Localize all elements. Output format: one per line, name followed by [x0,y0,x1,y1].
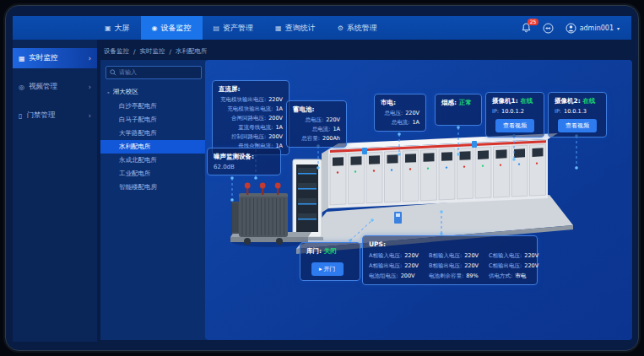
fullscreen-icon[interactable] [543,23,554,34]
monitor-icon: ◉ [152,24,158,32]
app-window: ▣ 大屏 ◉ 设备监控 ▤ 资产管理 ▦ 查询统计 ⚙ 系统管理 [5,5,639,351]
sidebar-item-label: 视频管理 [29,82,57,92]
breadcrumb: 设备监控 / 实时监控 / 水利配电所 [104,45,208,58]
monitoring-canvas: 直流屏: 充电模块输出电压:220V 充电模块输出电流:1A 合闸回路电压:20… [205,60,632,340]
door-card: 库门: 关闭 ▸ 开门 [300,242,360,281]
smoke-sensor-card: 烟感: 正常 [435,94,482,126]
view-video-button[interactable]: 查看视频 [558,119,597,132]
card-title: 摄像机1: 在线 [492,97,538,105]
nav-tab-asset-management[interactable]: ▤ 资产管理 [203,16,265,40]
tree-item-substation[interactable]: 白沙亭配电所 [100,100,207,113]
metric-label: 直流母线电流: [219,124,273,132]
camera2-card: 摄像机2: 在线 IP:10.0.1.3 查看视频 [548,92,607,138]
card-title: 噪声监测设备: [214,153,274,161]
top-navbar: ▣ 大屏 ◉ 设备监控 ▤ 资产管理 ▦ 查询统计 ⚙ 系统管理 [13,16,631,40]
sidebar-item-realtime-monitoring[interactable]: ▦ 实时监控 › [13,48,97,68]
metric-value: 200V [268,115,283,121]
metric-label: 合闸回路电压: [219,115,266,122]
notifications-button[interactable]: 25 [522,23,531,33]
sidebar-item-video-management[interactable]: ◎ 视频管理 › [13,77,97,97]
nav-tab-dashboard[interactable]: ▣ 大屏 [94,16,141,40]
ip-value: 10.0.1.3 [564,108,587,115]
metric-label: 总容量: [293,135,320,143]
switchgear-row [328,139,548,208]
tree-item-substation[interactable]: 工业配电所 [100,167,207,181]
card-title: UPS: [369,240,531,248]
floor-device [394,212,402,224]
door-access-icon: ▯ [19,112,22,120]
breadcrumb-item: 水利配电所 [176,47,208,56]
metric-label: 总电压: [293,116,323,124]
mains-power-card: 市电: 总电压:220V 总电流:1A [374,94,426,132]
noise-monitor-card: 噪声监测设备: 62.0dB [207,148,281,175]
camera1-card: 摄像机1: 在线 IP:10.0.1.2 查看视频 [485,92,544,138]
status-badge: 在线 [520,97,533,105]
status-badge: 正常 [459,99,472,106]
breadcrumb-item[interactable]: 设备监控 [104,47,129,56]
metric-label: 总电流: [293,126,330,133]
tree-item-substation-selected[interactable]: 水利配电所 [100,140,207,154]
open-door-button[interactable]: ▸ 开门 [311,262,344,276]
search-icon [110,69,116,76]
navbar-right-cluster: 25 admin001 ▾ [522,16,631,40]
nav-tab-label: 系统管理 [347,23,377,34]
chevron-right-icon: › [89,55,91,62]
wall-sensor [362,148,367,154]
ip-label: IP: [555,108,561,115]
breadcrumb-separator: / [170,48,172,56]
metric-value: 1A [412,119,419,126]
status-badge: 关闭 [324,247,337,255]
noise-value: 62.0dB [214,164,274,170]
metric-label: 充电模块输出电流: [219,105,273,113]
metric-value: 220V [326,116,340,123]
notification-badge: 25 [528,19,539,25]
user-avatar-icon [566,23,576,34]
metric-value: 1A [333,126,340,132]
chevron-down-icon: ▾ [617,25,620,31]
ip-label: IP: [492,108,499,115]
status-badge: 在线 [582,97,595,105]
dc-panel-card: 直流屏: 充电模块输出电压:220V 充电模块输出电流:1A 合闸回路电压:20… [212,80,290,155]
ups-metrics-grid: A相输入电压:220V B相输入电压:220V C相输入电压:220V A相输出… [369,251,531,280]
nav-tab-label: 查询统计 [285,23,316,34]
navbar-tabs: ▣ 大屏 ◉ 设备监控 ▤ 资产管理 ▦ 查询统计 ⚙ 系统管理 [94,16,388,40]
card-title: 蓄电池: [293,105,340,114]
ip-value: 10.0.1.2 [501,108,524,115]
collapse-icon[interactable]: - [107,89,110,96]
card-title: 烟感: 正常 [441,99,475,107]
tree-root-label: 湖大校区 [113,88,138,96]
device-tree-panel: - 湖大校区 白沙亭配电所 白马子配电所 大学路配电所 水利配电所 永成北配电所… [100,60,207,340]
user-name: admin001 [580,24,614,32]
breadcrumb-item[interactable]: 实时监控 [140,47,165,56]
nav-tab-system-management[interactable]: ⚙ 系统管理 [327,16,388,40]
sidebar-item-access-control[interactable]: ▯ 门禁管理 › [13,105,97,126]
card-title: 市电: [381,99,419,107]
view-video-button[interactable]: 查看视频 [495,119,534,132]
tree-root-campus[interactable]: - 湖大校区 [100,84,207,100]
metric-value: 1A [275,105,283,112]
battery-card: 蓄电池: 总电压:220V 总电流:1A 总容量:200Ah [286,100,347,148]
gear-icon: ⚙ [338,24,344,32]
tree-item-substation[interactable]: 智能楼配电房 [100,181,207,194]
metric-label: 总电压: [381,110,403,117]
tree-item-substation[interactable]: 大学路配电所 [100,127,207,140]
metric-value: 200V [268,133,283,140]
statistics-icon: ▦ [275,24,282,32]
metric-value: 1A [275,124,283,131]
metric-label: 总电流: [381,119,409,127]
breadcrumb-separator: / [133,48,136,56]
nav-tab-device-monitoring[interactable]: ◉ 设备监控 [141,16,203,40]
chevron-right-icon: › [89,84,91,91]
nav-tab-query-statistics[interactable]: ▦ 查询统计 [264,16,327,40]
open-door-icon: ▸ [319,266,322,272]
metric-value: 220V [405,110,419,116]
device-bezel: ▣ 大屏 ◉ 设备监控 ▤ 资产管理 ▦ 查询统计 ⚙ 系统管理 [0,0,644,356]
tree-search-input[interactable] [119,69,198,76]
tree-item-substation[interactable]: 白马子配电所 [100,113,207,127]
nav-tab-label: 设备监控 [161,23,192,34]
user-menu[interactable]: admin001 ▾ [566,23,620,34]
tree-item-substation[interactable]: 永成北配电所 [100,154,207,167]
video-icon: ◎ [19,84,24,91]
navbar-logo-area [13,16,94,40]
realtime-monitor-icon: ▦ [19,55,25,62]
